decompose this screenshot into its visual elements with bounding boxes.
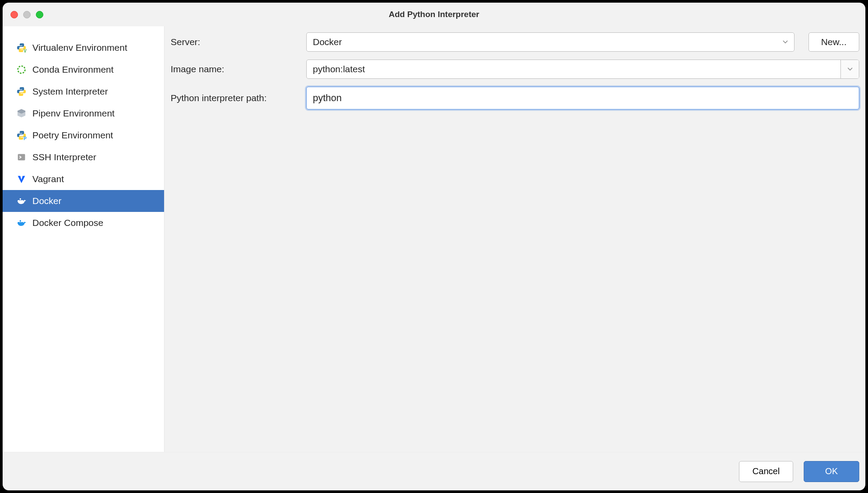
close-icon[interactable]	[10, 11, 18, 18]
titlebar: Add Python Interpreter	[3, 3, 865, 26]
conda-icon	[16, 64, 27, 75]
new-server-button[interactable]: New...	[808, 32, 859, 52]
sidebar-item-label: Vagrant	[32, 174, 64, 184]
interpreter-path-input[interactable]	[307, 92, 859, 104]
maximize-icon[interactable]	[36, 11, 43, 18]
path-row: Python interpreter path:	[171, 87, 859, 109]
sidebar-item-label: SSH Interpreter	[32, 152, 96, 162]
svg-rect-11	[20, 220, 21, 222]
sidebar-item-label: Poetry Environment	[32, 130, 113, 141]
sidebar-item-label: System Interpreter	[32, 86, 108, 97]
docker-icon	[16, 195, 27, 207]
pipenv-icon	[16, 108, 27, 119]
cancel-button[interactable]: Cancel	[739, 461, 793, 482]
sidebar-item-label: Conda Environment	[32, 64, 114, 75]
svg-point-1	[18, 66, 25, 74]
chevron-down-icon	[783, 40, 788, 44]
interpreter-type-list: V Virtualenv Environment Conda Environme…	[3, 26, 164, 452]
svg-text:P: P	[24, 136, 27, 141]
sidebar-item-label: Virtualenv Environment	[32, 42, 127, 53]
traffic-lights	[10, 11, 43, 18]
server-value: Docker	[313, 37, 342, 47]
server-dropdown[interactable]: Docker	[306, 32, 794, 52]
sidebar-item-ssh[interactable]: SSH Interpreter	[3, 146, 164, 168]
sidebar-item-docker[interactable]: Docker	[3, 190, 164, 212]
sidebar-item-vagrant[interactable]: Vagrant	[3, 168, 164, 190]
window-title: Add Python Interpreter	[3, 10, 865, 19]
minimize-icon	[23, 11, 31, 18]
dialog-window: Add Python Interpreter V Virtualenv Envi…	[3, 3, 865, 490]
python-p-icon: P	[16, 130, 27, 141]
image-row: Image name:	[171, 60, 859, 79]
vagrant-icon	[16, 173, 27, 185]
sidebar-item-label: Docker	[32, 196, 62, 206]
image-name-field-wrapper	[306, 60, 859, 79]
chevron-down-icon	[847, 67, 853, 71]
sidebar-item-poetry[interactable]: P Poetry Environment	[3, 124, 164, 146]
python-v-icon: V	[16, 42, 27, 53]
sidebar-item-system[interactable]: System Interpreter	[3, 81, 164, 102]
dialog-body: V Virtualenv Environment Conda Environme…	[3, 26, 865, 452]
sidebar-item-label: Docker Compose	[32, 218, 103, 228]
server-label: Server:	[171, 37, 306, 47]
dialog-footer: Cancel OK	[3, 452, 865, 490]
image-label: Image name:	[171, 64, 306, 74]
sidebar-item-docker-compose[interactable]: Docker Compose	[3, 212, 164, 234]
svg-rect-7	[20, 198, 21, 200]
svg-text:V: V	[24, 49, 27, 53]
sidebar-item-pipenv[interactable]: Pipenv Environment	[3, 102, 164, 124]
server-row: Server: Docker New...	[171, 32, 859, 52]
sidebar-item-virtualenv[interactable]: V Virtualenv Environment	[3, 37, 164, 59]
ssh-icon	[16, 151, 27, 163]
sidebar-item-label: Pipenv Environment	[32, 108, 115, 119]
interpreter-path-wrapper	[306, 87, 859, 109]
form-panel: Server: Docker New... Image name:	[164, 26, 865, 452]
path-label: Python interpreter path:	[171, 93, 306, 103]
image-name-input[interactable]	[307, 60, 840, 78]
image-browse-button[interactable]	[840, 60, 859, 78]
sidebar-item-conda[interactable]: Conda Environment	[3, 59, 164, 81]
docker-compose-icon	[16, 217, 27, 229]
ok-button[interactable]: OK	[804, 461, 859, 482]
python-icon	[16, 86, 27, 97]
